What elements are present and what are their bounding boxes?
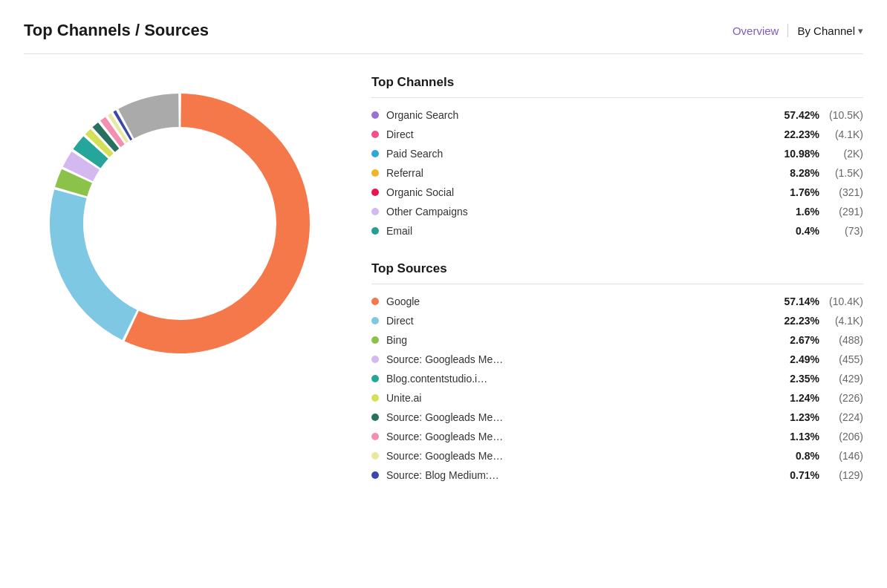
channel-item: Other Campaigns 1.6% (291) — [371, 202, 863, 221]
channel-name: Email — [386, 225, 775, 237]
channel-count: (291) — [822, 206, 863, 218]
source-dot — [371, 375, 379, 382]
by-channel-label: By Channel — [797, 24, 855, 37]
source-count: (146) — [822, 450, 863, 462]
source-name: Source: Googleads Me… — [386, 353, 775, 365]
channel-count: (1.5K) — [822, 167, 863, 179]
overview-link[interactable]: Overview — [732, 24, 779, 37]
source-name: Direct — [386, 315, 775, 327]
channel-item: Email 0.4% (73) — [371, 221, 863, 241]
donut-chart-area — [24, 75, 336, 365]
source-pct: 0.71% — [775, 469, 819, 481]
source-item: Blog.contentstudio.i… 2.35% (429) — [371, 369, 863, 388]
source-item: Source: Googleads Me… 2.49% (455) — [371, 350, 863, 369]
source-pct: 22.23% — [775, 315, 819, 327]
donut-chart — [39, 82, 321, 365]
right-panel: Top Channels Organic Search 57.42% (10.5… — [371, 75, 863, 506]
source-item: Source: Googleads Me… 1.23% (224) — [371, 408, 863, 427]
channel-item: Organic Social 1.76% (321) — [371, 183, 863, 202]
source-dot — [371, 452, 379, 460]
source-item: Unite.ai 1.24% (226) — [371, 388, 863, 408]
source-count: (224) — [822, 411, 863, 423]
channel-pct: 10.98% — [775, 148, 819, 160]
source-item: Source: Googleads Me… 1.13% (206) — [371, 427, 863, 446]
channel-item: Referral 8.28% (1.5K) — [371, 163, 863, 183]
source-dot — [371, 317, 379, 324]
channel-item: Paid Search 10.98% (2K) — [371, 144, 863, 163]
source-count: (10.4K) — [822, 295, 863, 307]
channels-list: Organic Search 57.42% (10.5K) Direct 22.… — [371, 105, 863, 241]
channel-dot — [371, 189, 379, 196]
sources-divider — [371, 284, 863, 284]
channel-pct: 8.28% — [775, 167, 819, 179]
channel-count: (73) — [822, 225, 863, 237]
channel-dot — [371, 227, 379, 235]
source-name: Blog.contentstudio.i… — [386, 373, 775, 385]
sources-list: Google 57.14% (10.4K) Direct 22.23% (4.1… — [371, 292, 863, 485]
source-name: Source: Googleads Me… — [386, 450, 775, 462]
source-pct: 0.8% — [775, 450, 819, 462]
source-name: Source: Googleads Me… — [386, 411, 775, 423]
channel-count: (2K) — [822, 148, 863, 160]
source-item: Bing 2.67% (488) — [371, 330, 863, 350]
source-pct: 2.67% — [775, 334, 819, 346]
source-dot — [371, 394, 379, 402]
channel-pct: 0.4% — [775, 225, 819, 237]
channel-name: Other Campaigns — [386, 206, 775, 218]
source-count: (455) — [822, 353, 863, 365]
channels-divider — [371, 97, 863, 98]
source-count: (226) — [822, 392, 863, 404]
channel-pct: 22.23% — [775, 128, 819, 140]
page-header: Top Channels / Sources Overview By Chann… — [24, 21, 863, 40]
channel-dot — [371, 169, 379, 177]
source-dot — [371, 298, 379, 305]
source-count: (206) — [822, 431, 863, 442]
channel-dot — [371, 150, 379, 157]
channel-pct: 1.76% — [775, 186, 819, 198]
vertical-divider — [787, 24, 788, 37]
header-actions: Overview By Channel ▾ — [732, 24, 863, 37]
source-dot — [371, 433, 379, 440]
source-item: Google 57.14% (10.4K) — [371, 292, 863, 311]
source-count: (429) — [822, 373, 863, 385]
source-pct: 1.13% — [775, 431, 819, 442]
source-pct: 1.24% — [775, 392, 819, 404]
channel-count: (10.5K) — [822, 109, 863, 121]
channel-name: Referral — [386, 167, 775, 179]
channel-count: (321) — [822, 186, 863, 198]
channel-dot — [371, 208, 379, 215]
channel-name: Direct — [386, 128, 775, 140]
channel-name: Paid Search — [386, 148, 775, 160]
page-title: Top Channels / Sources — [24, 21, 209, 40]
channel-item: Organic Search 57.42% (10.5K) — [371, 105, 863, 125]
channel-pct: 57.42% — [775, 109, 819, 121]
by-channel-dropdown[interactable]: By Channel ▾ — [797, 24, 863, 37]
source-name: Unite.ai — [386, 392, 775, 404]
channel-name: Organic Social — [386, 186, 775, 198]
header-divider — [24, 53, 863, 54]
source-name: Source: Googleads Me… — [386, 431, 775, 442]
source-pct: 2.35% — [775, 373, 819, 385]
source-count: (129) — [822, 469, 863, 481]
main-content: Top Channels Organic Search 57.42% (10.5… — [24, 75, 863, 506]
source-dot — [371, 336, 379, 344]
channel-dot — [371, 131, 379, 138]
source-count: (4.1K) — [822, 315, 863, 327]
center-hole — [129, 173, 230, 274]
source-count: (488) — [822, 334, 863, 346]
source-name: Source: Blog Medium:… — [386, 469, 775, 481]
source-name: Google — [386, 295, 775, 307]
source-name: Bing — [386, 334, 775, 346]
source-pct: 57.14% — [775, 295, 819, 307]
chevron-down-icon: ▾ — [858, 25, 863, 36]
source-dot — [371, 356, 379, 363]
source-dot — [371, 414, 379, 421]
sources-section-title: Top Sources — [371, 261, 863, 276]
channels-section-title: Top Channels — [371, 75, 863, 90]
source-pct: 1.23% — [775, 411, 819, 423]
channel-dot — [371, 111, 379, 119]
source-pct: 2.49% — [775, 353, 819, 365]
source-item: Source: Googleads Me… 0.8% (146) — [371, 446, 863, 466]
channel-name: Organic Search — [386, 109, 775, 121]
source-dot — [371, 471, 379, 479]
